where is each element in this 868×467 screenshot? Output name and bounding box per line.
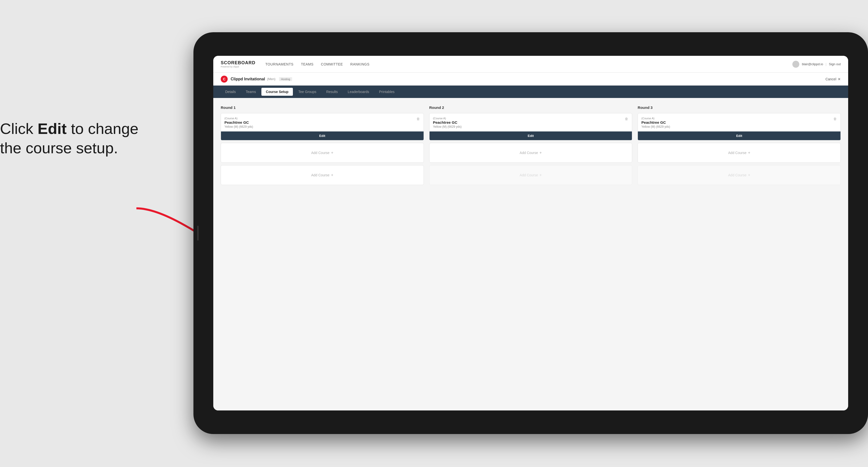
cancel-button[interactable]: Cancel ✕ (825, 77, 841, 81)
round-2-course-name: Peachtree GC (433, 120, 629, 125)
round-1-delete-icon[interactable]: 🗑 (415, 116, 421, 122)
tab-results[interactable]: Results (322, 88, 342, 96)
round-1-column: Round 1 (Course A) Peachtree GC Yellow (… (221, 105, 424, 187)
instruction-text: Click Edit to change the course setup. (0, 119, 144, 157)
round-1-course-label: (Course A) (224, 117, 420, 120)
round-1-add-course-label-2: Add Course (311, 173, 330, 177)
tab-details[interactable]: Details (221, 88, 240, 96)
round-3-add-course-1[interactable]: Add Course + (638, 143, 841, 163)
tournament-name: Clippd Invitational (230, 77, 265, 81)
round-2-course-details: Yellow (M) (6629 yds) (433, 125, 629, 128)
round-1-title: Round 1 (221, 105, 424, 110)
tab-course-setup[interactable]: Course Setup (261, 88, 293, 96)
round-3-course-details: Yellow (M) (6629 yds) (641, 125, 837, 128)
tab-printables[interactable]: Printables (375, 88, 399, 96)
nav-teams[interactable]: TEAMS (301, 62, 313, 66)
tab-navigation: Details Teams Course Setup Tee Groups Re… (213, 86, 848, 98)
separator: | (826, 62, 826, 66)
user-email: blair@clippd.io (802, 62, 823, 66)
round-2-add-course-1[interactable]: Add Course + (429, 143, 632, 163)
logo-title: SCOREBOARD (221, 60, 255, 65)
nav-links: TOURNAMENTS TEAMS COMMITTEE RANKINGS (266, 62, 793, 66)
round-3-column: Round 3 (Course A) Peachtree GC Yellow (… (638, 105, 841, 187)
round-1-add-course-1[interactable]: Add Course + (221, 143, 424, 163)
tournament-type: (Men) (267, 77, 276, 81)
main-content: Round 1 (Course A) Peachtree GC Yellow (… (213, 98, 848, 410)
user-avatar (793, 61, 799, 68)
round-3-add-course-label-2: Add Course (728, 173, 746, 177)
round-2-add-course-label-1: Add Course (520, 151, 538, 155)
instruction-prefix: Click (0, 120, 38, 137)
round-1-course-name: Peachtree GC (224, 120, 420, 125)
hosting-badge: Hosting (279, 77, 292, 81)
top-nav-right: blair@clippd.io | Sign out (793, 61, 841, 68)
round-2-column: Round 2 (Course A) Peachtree GC Yellow (… (429, 105, 632, 187)
tablet-device: SCOREBOARD Powered by clippd TOURNAMENTS… (193, 32, 868, 434)
round-1-add-course-2[interactable]: Add Course + (221, 165, 424, 185)
round-2-add-course-2: Add Course + (429, 165, 632, 185)
round-3-title: Round 3 (638, 105, 841, 110)
round-3-add-course-label-1: Add Course (728, 151, 746, 155)
round-2-course-label: (Course A) (433, 117, 629, 120)
nav-committee[interactable]: COMMITTEE (321, 62, 343, 66)
nav-tournaments[interactable]: TOURNAMENTS (266, 62, 293, 66)
sub-header: C Clippd Invitational (Men) Hosting Canc… (213, 73, 848, 86)
round-1-edit-button[interactable]: Edit (221, 131, 424, 140)
plus-icon-2: + (331, 173, 333, 177)
round-1-course-card: (Course A) Peachtree GC Yellow (M) (6629… (221, 113, 424, 141)
round-1-course-details: Yellow (M) (6629 yds) (224, 125, 420, 128)
round-3-add-course-2: Add Course + (638, 165, 841, 185)
instruction-emphasis: Edit (38, 120, 67, 137)
plus-icon-4: + (539, 173, 541, 177)
round-3-course-label: (Course A) (641, 117, 837, 120)
round-2-add-course-label-2: Add Course (520, 173, 538, 177)
round-3-course-card: (Course A) Peachtree GC Yellow (M) (6629… (638, 113, 841, 141)
tablet-side-button (197, 226, 199, 241)
plus-icon-5: + (748, 151, 750, 155)
logo-subtitle: Powered by clippd (221, 65, 255, 68)
tab-tee-groups[interactable]: Tee Groups (294, 88, 321, 96)
round-3-edit-button[interactable]: Edit (638, 131, 840, 140)
plus-icon-1: + (331, 151, 333, 155)
round-2-edit-button[interactable]: Edit (430, 131, 632, 140)
tab-teams[interactable]: Teams (241, 88, 260, 96)
clippd-logo-icon: C (221, 75, 228, 83)
scoreboard-logo: SCOREBOARD Powered by clippd (221, 60, 255, 68)
top-navigation: SCOREBOARD Powered by clippd TOURNAMENTS… (213, 56, 848, 73)
tablet-screen: SCOREBOARD Powered by clippd TOURNAMENTS… (213, 56, 848, 410)
round-2-delete-icon[interactable]: 🗑 (623, 116, 629, 122)
nav-rankings[interactable]: RANKINGS (350, 62, 370, 66)
sign-out-link[interactable]: Sign out (829, 62, 841, 66)
tab-leaderboards[interactable]: Leaderboards (343, 88, 373, 96)
plus-icon-3: + (539, 151, 541, 155)
round-2-title: Round 2 (429, 105, 632, 110)
round-3-course-name: Peachtree GC (641, 120, 837, 125)
round-3-delete-icon[interactable]: 🗑 (832, 116, 838, 122)
round-1-add-course-label-1: Add Course (311, 151, 330, 155)
rounds-container: Round 1 (Course A) Peachtree GC Yellow (… (221, 105, 841, 187)
round-2-course-card: (Course A) Peachtree GC Yellow (M) (6629… (429, 113, 632, 141)
plus-icon-6: + (748, 173, 750, 177)
